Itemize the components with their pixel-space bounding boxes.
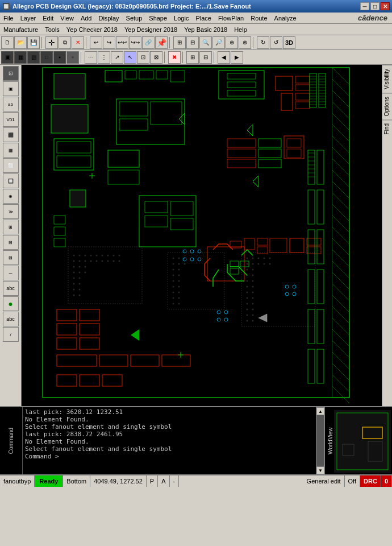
lt-3[interactable]: V01: [3, 112, 19, 127]
tb-redo2[interactable]: ↪↪: [129, 36, 141, 49]
tb-save[interactable]: 💾: [27, 36, 40, 49]
tb2-9[interactable]: ⊡: [137, 51, 149, 64]
close-button[interactable]: ✕: [381, 2, 390, 10]
menu-help[interactable]: Help: [231, 25, 251, 34]
command-output: last pick: 3620.12 1232.51 No Element Fo…: [23, 407, 316, 474]
menu-logic[interactable]: Logic: [170, 14, 192, 23]
tb2-6[interactable]: ▫: [66, 51, 79, 64]
titlebar-controls[interactable]: ─ □ ✕: [360, 2, 390, 10]
tb2-5[interactable]: ▪: [53, 51, 66, 64]
menu-route[interactable]: Route: [247, 14, 270, 23]
lt-6[interactable]: ⬜: [3, 158, 19, 173]
lt-12[interactable]: ⊠: [3, 250, 19, 265]
tb-ratsnest[interactable]: 🔗: [142, 36, 155, 49]
find-tab[interactable]: Find: [382, 119, 392, 138]
tb2-arr-r[interactable]: ▶: [231, 51, 243, 64]
svg-point-169: [264, 263, 265, 265]
dash-indicator: -: [170, 475, 180, 487]
lt-14[interactable]: /: [3, 327, 19, 342]
tb2-4[interactable]: □: [40, 51, 53, 64]
titlebar-left: 🔲 Allegro PCB Design GXL (legacy): 083z0…: [2, 3, 251, 10]
menu-shape[interactable]: Shape: [145, 14, 170, 23]
svg-point-178: [252, 286, 254, 288]
menu-manufacture[interactable]: Manufacture: [0, 25, 41, 34]
tb-open[interactable]: 📂: [14, 36, 27, 49]
tb-grid[interactable]: ⊞: [173, 36, 186, 49]
lt-1[interactable]: ▣: [3, 81, 19, 96]
tb-delete[interactable]: ✕: [72, 36, 84, 49]
lt-select[interactable]: ⊡: [3, 66, 19, 81]
tb2-route[interactable]: ↗: [111, 51, 123, 64]
menu-display[interactable]: Display: [95, 14, 122, 23]
svg-point-175: [247, 280, 248, 282]
lt-4[interactable]: ⬛: [3, 127, 19, 142]
lt-text2[interactable]: abc: [3, 312, 19, 326]
lt-2[interactable]: ab: [3, 97, 19, 111]
maximize-button[interactable]: □: [370, 2, 380, 10]
svg-point-130: [85, 272, 86, 274]
tb-new[interactable]: 🗋: [1, 36, 14, 49]
pcb-canvas: [22, 65, 382, 406]
tb-snap[interactable]: ✛: [45, 36, 58, 49]
tb2-sel[interactable]: ↖: [124, 51, 136, 64]
tb-undo[interactable]: ↩: [90, 36, 102, 49]
lt-11[interactable]: ⊟: [3, 235, 19, 250]
lt-10[interactable]: ⊞: [3, 220, 19, 234]
menu-flowplan[interactable]: FlowPlan: [215, 14, 247, 23]
menu-place[interactable]: Place: [192, 14, 215, 23]
a-indicator[interactable]: A: [158, 475, 169, 487]
tb2-8[interactable]: ⋮: [98, 51, 110, 64]
menu-layer[interactable]: Layer: [17, 14, 40, 23]
tb2-12[interactable]: ⊟: [199, 51, 212, 64]
lt-8[interactable]: ⊕: [3, 189, 19, 204]
tb2-2[interactable]: ▦: [14, 51, 27, 64]
tb-refresh[interactable]: ↻: [257, 36, 269, 49]
svg-point-180: [252, 292, 254, 293]
tb-redo[interactable]: ↪: [103, 36, 115, 49]
menu-yep-designer[interactable]: Yep Designer 2018: [121, 25, 181, 34]
menu-yep-checker[interactable]: Yep Checker 2018: [63, 25, 121, 34]
lt-5[interactable]: ▦: [3, 143, 19, 158]
visibility-tab[interactable]: Visibility: [382, 65, 392, 93]
p-indicator[interactable]: P: [147, 475, 158, 487]
menu-yep-basic[interactable]: Yep Basic 2018: [181, 25, 231, 34]
menu-analyze[interactable]: Analyze: [271, 14, 300, 23]
tb2-7[interactable]: ⋯: [85, 51, 97, 64]
menu-add[interactable]: Add: [77, 14, 95, 23]
tb-grid2[interactable]: ⊟: [186, 36, 199, 49]
tb-zoom-sel[interactable]: ⊗: [239, 36, 251, 49]
tb-zoom-fit[interactable]: ⊕: [226, 36, 238, 49]
tb-zoom-out[interactable]: 🔎: [212, 36, 225, 49]
menu-tools[interactable]: Tools: [41, 25, 63, 34]
tb2-3[interactable]: ▧: [27, 51, 40, 64]
tb2-11[interactable]: ⊞: [186, 51, 199, 64]
menu-setup[interactable]: Setup: [123, 14, 146, 23]
scroll-down[interactable]: ▼: [316, 466, 324, 474]
tb2-10[interactable]: ⊠: [150, 51, 162, 64]
tb2-del[interactable]: ✖: [168, 51, 181, 64]
svg-point-119: [90, 260, 92, 262]
tb-zoom-in[interactable]: 🔍: [199, 36, 212, 49]
canvas-area[interactable]: [22, 65, 382, 406]
menu-file[interactable]: File: [0, 14, 17, 23]
tb2-1[interactable]: ▣: [1, 51, 14, 64]
menu-view[interactable]: View: [57, 14, 77, 23]
command-scroll[interactable]: ▲ ▼: [316, 407, 324, 474]
drc-indicator[interactable]: DRC: [360, 475, 381, 487]
lt-circle[interactable]: ●: [3, 296, 19, 311]
scroll-up[interactable]: ▲: [316, 407, 324, 415]
options-tab[interactable]: Options: [382, 93, 392, 119]
tb-3d[interactable]: 3D: [283, 36, 295, 49]
tb-redraw[interactable]: ↺: [270, 36, 282, 49]
tb-pin[interactable]: 📌: [155, 36, 168, 49]
lt-13[interactable]: ─: [3, 266, 19, 280]
tb-undo2[interactable]: ↩↩: [116, 36, 128, 49]
tb2-arr-l[interactable]: ◀: [218, 51, 230, 64]
lt-7[interactable]: 🔲: [3, 173, 19, 188]
minimize-button[interactable]: ─: [360, 2, 369, 10]
svg-point-171: [247, 269, 248, 271]
lt-9[interactable]: ≫: [3, 204, 19, 219]
lt-text[interactable]: abc: [3, 281, 19, 296]
menu-edit[interactable]: Edit: [39, 14, 57, 23]
tb-copy[interactable]: ⧉: [59, 36, 71, 49]
